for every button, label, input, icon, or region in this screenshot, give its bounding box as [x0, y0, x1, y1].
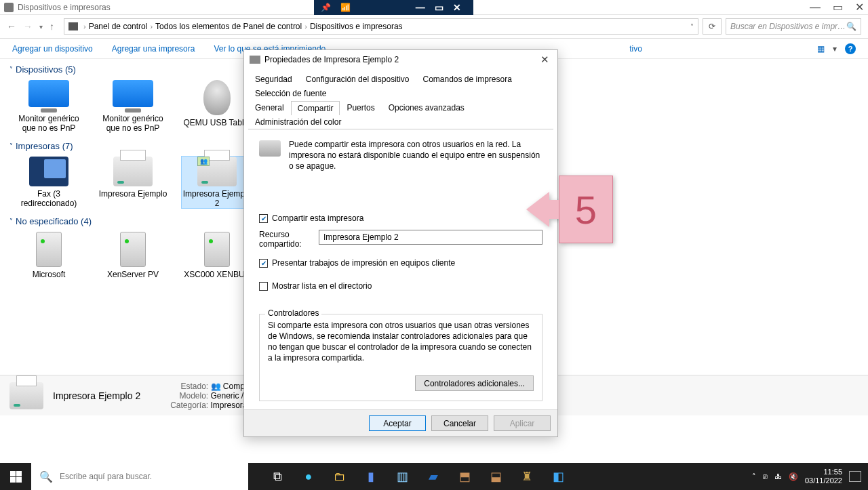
- signal-icon: 📶: [340, 3, 351, 12]
- taskbar-search[interactable]: 🔍 Escribe aquí para buscar.: [31, 463, 248, 490]
- chevron-down-icon: ˅: [9, 66, 13, 73]
- device-item[interactable]: Microsoft: [14, 232, 84, 279]
- volume-icon[interactable]: 🔇: [789, 472, 798, 481]
- monitor-icon: [28, 80, 69, 107]
- printer-properties-dialog: Propiedades de Impresora Ejemplo 2 ✕ Seg…: [243, 49, 558, 437]
- remote-connection-bar: 📌 📶 — ▭ ✕: [314, 0, 473, 15]
- back-button[interactable]: ←: [7, 21, 16, 32]
- app-icon[interactable]: ◧: [542, 463, 574, 490]
- tab-color-mgmt[interactable]: Administración del color: [248, 115, 348, 129]
- tab-advanced[interactable]: Opciones avanzadas: [382, 100, 471, 115]
- search-input[interactable]: Buscar en Dispositivos e impre... 🔍: [726, 18, 861, 35]
- pin-icon[interactable]: 📌: [321, 3, 331, 12]
- tab-security[interactable]: Seguridad: [248, 72, 299, 86]
- monitor-icon: [113, 80, 153, 107]
- breadcrumb[interactable]: › Panel de control › Todos los elementos…: [64, 18, 698, 35]
- additional-drivers-button[interactable]: Controladores adicionales...: [415, 375, 534, 391]
- up-button[interactable]: ↑: [50, 21, 54, 32]
- ok-button[interactable]: Aceptar: [369, 415, 426, 431]
- breadcrumb-seg[interactable]: Dispositivos e impresoras: [310, 22, 403, 31]
- app-icon[interactable]: ♜: [511, 463, 542, 490]
- printer-item[interactable]: Impresora Ejemplo: [98, 157, 168, 208]
- fax-icon: [29, 157, 68, 186]
- device-item[interactable]: XenServer PV: [98, 232, 168, 279]
- taskbar: 🔍 Escribe aquí para buscar. ⧉ ● 🗀 ▮ ▥ ▰ …: [0, 463, 868, 490]
- minimize-button[interactable]: —: [810, 1, 821, 14]
- tab-sharing[interactable]: Compartir: [291, 101, 340, 115]
- device-item[interactable]: Monitor genérico que no es PnP: [14, 80, 84, 133]
- file-explorer-icon[interactable]: 🗀: [324, 463, 355, 490]
- remote-minimize[interactable]: —: [416, 2, 425, 13]
- printer-item[interactable]: Fax (3 redireccionado): [14, 157, 84, 208]
- printer-icon: [113, 157, 153, 186]
- chevron-right-icon[interactable]: ›: [83, 22, 86, 30]
- forward-button[interactable]: →: [23, 21, 33, 32]
- list-directory-checkbox[interactable]: [259, 282, 268, 291]
- share-name-label: Recurso compartido:: [259, 230, 312, 249]
- details-name: Impresora Ejemplo 2: [53, 390, 140, 401]
- apply-button[interactable]: Aplicar: [494, 415, 551, 431]
- add-device-link[interactable]: Agregar un dispositivo: [12, 44, 93, 54]
- chevron-right-icon[interactable]: ›: [304, 22, 307, 30]
- tray-icon[interactable]: ⎚: [763, 472, 768, 481]
- chevron-down-icon[interactable]: ˅: [690, 23, 694, 30]
- sharing-description: Puede compartir esta impresora con otros…: [289, 139, 542, 171]
- app-icon[interactable]: ⬓: [480, 463, 511, 490]
- breadcrumb-seg[interactable]: Todos los elementos de Panel de control: [155, 22, 302, 31]
- annotation-step-5: 5: [522, 176, 613, 243]
- tab-ports[interactable]: Puertos: [340, 100, 381, 115]
- add-printer-link[interactable]: Agregar una impresora: [112, 44, 195, 54]
- task-view-icon[interactable]: ⧉: [262, 463, 293, 490]
- share-name-input[interactable]: [319, 230, 542, 245]
- device-item[interactable]: QEMU USB Tablet: [182, 80, 252, 133]
- recent-locations[interactable]: ▾: [39, 23, 43, 30]
- app-icon[interactable]: ⬒: [449, 463, 480, 490]
- control-panel-icon: [68, 22, 78, 30]
- action-center-icon[interactable]: [849, 471, 861, 482]
- drivers-description: Si comparte esta impresora con otros usu…: [268, 320, 534, 363]
- tab-general[interactable]: General: [248, 100, 291, 115]
- list-directory-label: Mostrar lista en el directorio: [272, 281, 372, 291]
- cancel-button[interactable]: Cancelar: [431, 415, 488, 431]
- printer-icon: [250, 56, 260, 64]
- truncated-command[interactable]: tivo: [629, 44, 642, 54]
- printer-icon: 👥: [197, 157, 237, 186]
- start-button[interactable]: [0, 463, 31, 490]
- taskbar-search-placeholder: Escribe aquí para buscar.: [60, 472, 152, 481]
- remote-close[interactable]: ✕: [453, 2, 461, 13]
- powershell-icon[interactable]: ▰: [418, 463, 449, 490]
- drivers-groupbox: Controladores Si comparte esta impresora…: [259, 314, 542, 401]
- render-jobs-checkbox[interactable]: [259, 259, 268, 268]
- breadcrumb-seg[interactable]: Panel de control: [89, 22, 148, 31]
- search-placeholder: Buscar en Dispositivos e impre...: [730, 22, 846, 31]
- chevron-right-icon[interactable]: ›: [150, 22, 153, 30]
- clock[interactable]: 11:55 03/11/2022: [805, 468, 842, 485]
- tab-device-config[interactable]: Configuración del dispositivo: [299, 72, 416, 86]
- app-icon: [4, 3, 14, 12]
- network-icon[interactable]: 🖧: [774, 472, 782, 481]
- view-options-icon[interactable]: ▦: [817, 44, 825, 54]
- tab-font-selection[interactable]: Selección de fuente: [248, 86, 333, 100]
- edge-icon[interactable]: ●: [293, 463, 324, 490]
- printer-item-selected[interactable]: 👥 Impresora Ejemplo 2: [182, 157, 252, 208]
- app-icon[interactable]: ▥: [387, 463, 418, 490]
- device-item[interactable]: Monitor genérico que no es PnP: [98, 80, 168, 133]
- app-icon[interactable]: ▮: [355, 463, 387, 490]
- drivers-legend: Controladores: [265, 308, 321, 318]
- close-icon[interactable]: ✕: [538, 54, 552, 66]
- tab-printer-commands[interactable]: Comandos de impresora: [416, 72, 518, 86]
- maximize-button[interactable]: ▭: [833, 1, 843, 14]
- remote-restore[interactable]: ▭: [435, 2, 443, 13]
- chevron-down-icon: ˅: [9, 218, 13, 225]
- share-printer-checkbox[interactable]: [259, 214, 268, 223]
- search-icon: 🔍: [846, 22, 856, 31]
- render-jobs-label: Presentar trabajos de impresión en equip…: [272, 258, 455, 268]
- chevron-down-icon[interactable]: ▾: [833, 44, 837, 54]
- server-icon: [120, 232, 146, 267]
- help-button[interactable]: ?: [845, 43, 856, 54]
- remote-name: [360, 3, 401, 12]
- refresh-button[interactable]: ⟳: [703, 18, 722, 35]
- tray-up-icon[interactable]: ˄: [752, 472, 756, 481]
- close-button[interactable]: ✕: [855, 1, 864, 14]
- device-item[interactable]: XSC000 XENBUS: [182, 232, 252, 279]
